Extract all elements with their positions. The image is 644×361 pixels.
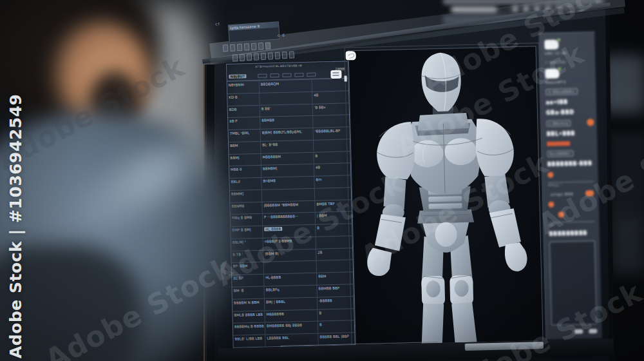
toolbar-button[interactable] (223, 44, 229, 52)
row-cell-extra: B (318, 321, 354, 333)
orange-status-dot (550, 241, 594, 242)
row-cell-value: BL· BˣBB (261, 141, 314, 153)
row-cell-name: BBLBʼ L/BB LBB (233, 335, 265, 347)
row-cell-value: BBDBRQM (260, 80, 312, 93)
viewport-canvas[interactable] (348, 46, 544, 346)
properties-panel-item[interactable]: • woombi (545, 59, 591, 64)
orange-value-bar (547, 171, 593, 172)
asset-thumbnail-icon (545, 68, 559, 79)
properties-panel-item[interactable] (549, 211, 594, 218)
row-cell-value: |BBM B| (263, 249, 316, 262)
toolbar-button[interactable] (237, 44, 243, 51)
properties-panel-item[interactable]: ⊙ BBnoBBB+ (545, 88, 591, 95)
properties-panel-item[interactable]: BBBBBBBBB (549, 230, 595, 237)
viewport-edge-marker (345, 75, 347, 81)
row-cell-value: B BBʼ (260, 104, 313, 117)
transform-gizmo-icon[interactable] (330, 70, 341, 79)
row-cell-value: BBMBB (260, 116, 313, 129)
floating-mini-window[interactable]: Lytfjs Famssanst B (228, 21, 280, 43)
properties-panel-item[interactable]: BBBgg | (548, 181, 594, 187)
row-cell-value (260, 92, 312, 105)
row-cell-extra: | BBM (316, 212, 352, 224)
row-cell-value: BJBM| BBBLTL/BBpBML (261, 128, 314, 141)
row-cell-extra: BMBB TBP (315, 200, 351, 212)
row-cell-extra: BBM (317, 273, 353, 285)
properties-panel-item[interactable]: MoomMTV (545, 68, 591, 84)
row-cell-extra: B (314, 151, 350, 164)
orange-blob (558, 211, 564, 217)
orange-blob (574, 329, 583, 334)
toolbar-button[interactable] (230, 44, 236, 51)
row-cell-name: BMLB BBBB LBB (232, 311, 265, 323)
outliner-column-boxes (258, 73, 316, 78)
toolbar-button[interactable] (251, 43, 257, 50)
viewport-app-logo-icon (346, 51, 356, 60)
row-cell-extra (316, 236, 352, 248)
asset-thumbnail-icon (548, 200, 594, 202)
row-cell-extra: Bm (314, 175, 350, 188)
toolbar-button[interactable] (240, 54, 245, 61)
row-cell-value (264, 261, 317, 274)
row-cell-value: HL-BBBB (264, 273, 317, 286)
row-cell-extra (314, 139, 350, 151)
row-cell-name: BDB (228, 105, 260, 117)
outliner-active-tab[interactable]: NBJBU? (229, 74, 246, 79)
row-cell-extra (313, 115, 349, 128)
toolbar-button[interactable] (289, 51, 295, 58)
row-cell-name: 7MBL ⁿBML (229, 130, 261, 142)
row-cell-name: KD·B (227, 93, 260, 106)
properties-panel-item[interactable]: ursgo BBB (548, 190, 594, 197)
row-cell-extra: ⁿBBBBBLBL-BP (313, 127, 349, 139)
row-cell-value: nBBBjP 1·BBMB (263, 237, 316, 250)
bezel-marking: cf (215, 21, 220, 26)
row-cell-value: BBLBPq (264, 286, 317, 298)
row-cell-name: NBYBNM· (227, 81, 260, 93)
row-cell-value: HL·BBBB (263, 225, 316, 238)
properties-panel-item[interactable] (547, 171, 593, 178)
row-cell-value: P ···BBBBBBBBBB··· (263, 213, 316, 226)
row-cell-name: BBM (229, 142, 261, 154)
properties-panel-item[interactable] (548, 200, 594, 208)
properties-panel-item[interactable]: BB (549, 221, 594, 227)
properties-panel-item[interactable]: c BBettrij (546, 119, 592, 127)
row-cell-extra: 2B (316, 248, 352, 260)
properties-panel-item[interactable]: BnnBBBB? (547, 150, 592, 157)
row-cell-value: BMBBBBB BBj BBBB (265, 322, 318, 335)
toolbar-button[interactable] (275, 52, 281, 59)
toolbar-button[interactable] (232, 54, 238, 61)
photo-scene: cf Lytfjs Famssanst B c 6 A? Brrmsnmtl B… (0, 0, 644, 361)
toolbar-button[interactable] (258, 43, 264, 50)
row-cell-value (262, 189, 315, 202)
toolbar-button[interactable] (282, 52, 288, 59)
properties-panel-item[interactable]: ao•IBB (546, 99, 592, 106)
properties-panel-item[interactable] (551, 329, 597, 335)
properties-panel-item[interactable] (547, 141, 592, 146)
row-cell-extra: BBMBB BBP (317, 284, 353, 297)
properties-panel-item[interactable]: UMC IO IBI (544, 39, 591, 55)
orange-value-bar (550, 241, 594, 242)
toolbar-button[interactable] (247, 54, 252, 61)
mini-window-titlebar[interactable]: Lytfjs Famssanst B (229, 22, 278, 30)
toolbar-button[interactable] (244, 43, 250, 50)
properties-panel-item[interactable]: BBBBBBB·BBB (547, 161, 593, 168)
toolbar-button[interactable] (265, 42, 271, 49)
row-cell-name: BBLd (229, 178, 261, 190)
toolbar-button[interactable] (268, 52, 274, 59)
orange-status-dot (547, 172, 553, 178)
outliner-panel: A? Brrmsnmtl BL BBiI/TB/vBB nB 2jMBB NBJ… (226, 61, 355, 348)
orange-value-bar (548, 200, 594, 202)
outliner-rows: NBYBNM· BBDBRQM KD·B 4B BDB B BBʼ ʼB BBv… (227, 78, 355, 347)
row-cell-name: BBMJ (229, 153, 261, 166)
screen-marking: c 6 (278, 33, 285, 37)
properties-panel-item[interactable]: BBL•BBB (547, 130, 592, 137)
orange-blob (589, 329, 597, 333)
row-cell-extra: 4B (312, 91, 348, 103)
properties-panel-item[interactable]: GBa·BBD (546, 109, 592, 116)
orange-status-dot (548, 202, 554, 208)
properties-panel-item[interactable] (549, 240, 597, 326)
toolbar-button[interactable] (261, 53, 267, 60)
toolbar-button[interactable] (254, 53, 260, 60)
person-arm-silhouette (0, 245, 142, 361)
row-cell-extra: -BBBBB (317, 297, 354, 309)
row-cell-name: MBB 8 (229, 166, 261, 178)
